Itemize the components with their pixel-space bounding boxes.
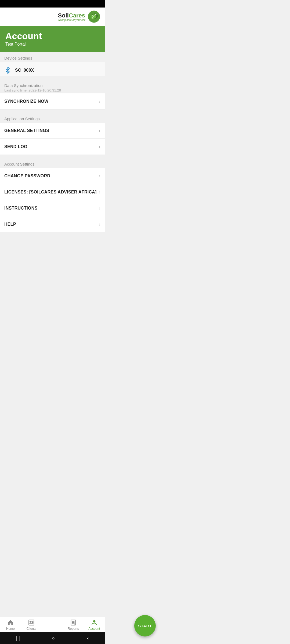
application-settings-header: Application Settings	[0, 113, 105, 123]
logo-tagline: Taking care of your soil	[58, 19, 85, 21]
logo-wordmark: SoilCares	[58, 12, 85, 19]
device-settings-header: Device Settings	[0, 52, 105, 62]
app-header: SoilCares Taking care of your soil	[0, 8, 105, 26]
status-bar	[0, 0, 105, 8]
send-log-item[interactable]: SEND LOG ›	[0, 139, 105, 155]
send-log-label: SEND LOG	[4, 144, 27, 149]
gap-2	[0, 109, 105, 113]
gap-3	[0, 155, 105, 158]
general-settings-item[interactable]: GENERAL SETTINGS ›	[0, 123, 105, 139]
help-label: HELP	[4, 222, 16, 227]
instructions-label: INSTRUCTIONS	[4, 206, 38, 211]
device-item[interactable]: SC_000X	[0, 62, 105, 76]
instructions-chevron: ›	[99, 205, 100, 211]
licenses-item[interactable]: LICENSES: [SOILCARES ADVISER AFRICA] ›	[0, 184, 105, 200]
page-title: Account	[5, 31, 99, 41]
licenses-chevron: ›	[99, 189, 100, 195]
sync-now-chevron: ›	[99, 98, 100, 104]
general-settings-chevron: ›	[99, 127, 100, 134]
sync-subtitle: Last sync time :2022-12-10 20:31:28	[4, 88, 100, 92]
sync-now-label: SYNCHRONIZE NOW	[4, 99, 49, 104]
licenses-label: LICENSES: [SOILCARES ADVISER AFRICA]	[4, 190, 97, 195]
device-name-label: SC_000X	[15, 68, 34, 73]
page-subtitle: Test Portal	[5, 42, 99, 47]
content-area: Device Settings SC_000X Data Synchroniza…	[0, 52, 105, 270]
send-log-chevron: ›	[99, 144, 100, 150]
logo-container: SoilCares Taking care of your soil	[58, 10, 100, 23]
change-password-label: CHANGE PASSWORD	[4, 174, 50, 178]
device-item-content: SC_000X	[4, 67, 34, 74]
instructions-item[interactable]: INSTRUCTIONS ›	[0, 200, 105, 216]
sync-header-section: Data Synchronization Last sync time :202…	[0, 79, 105, 93]
gap-1	[0, 76, 105, 79]
account-settings-header: Account Settings	[0, 158, 105, 168]
help-item[interactable]: HELP ›	[0, 216, 105, 232]
sync-title: Data Synchronization	[4, 83, 100, 88]
logo-text-block: SoilCares Taking care of your soil	[58, 12, 85, 21]
bluetooth-icon	[4, 67, 11, 74]
page-banner: Account Test Portal	[0, 26, 105, 52]
change-password-item[interactable]: CHANGE PASSWORD ›	[0, 168, 105, 184]
sync-now-item[interactable]: SYNCHRONIZE NOW ›	[0, 93, 105, 109]
change-password-chevron: ›	[99, 173, 100, 179]
soilcares-logo-icon	[88, 10, 100, 23]
general-settings-label: GENERAL SETTINGS	[4, 128, 49, 133]
help-chevron: ›	[99, 221, 100, 227]
